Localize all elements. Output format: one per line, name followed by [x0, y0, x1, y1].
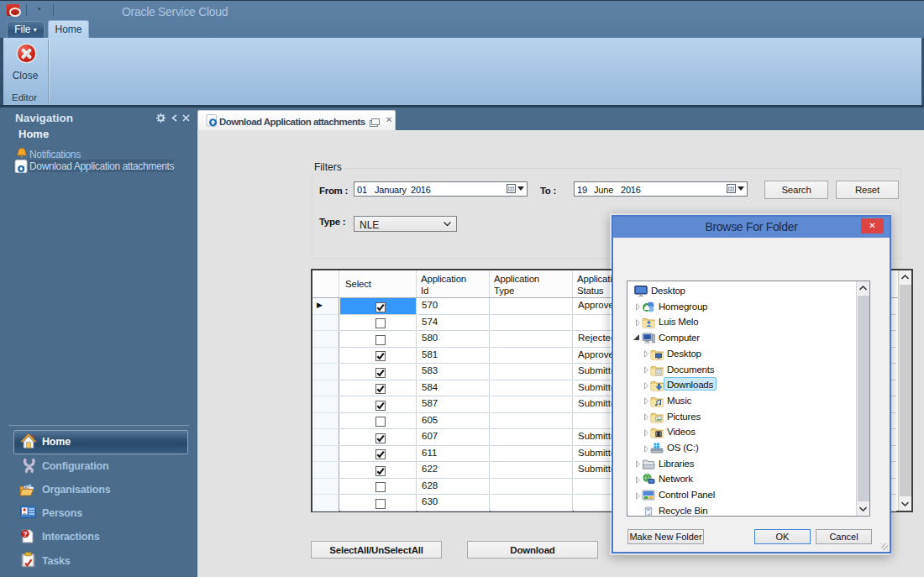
svg-text:?: ? [23, 530, 27, 538]
